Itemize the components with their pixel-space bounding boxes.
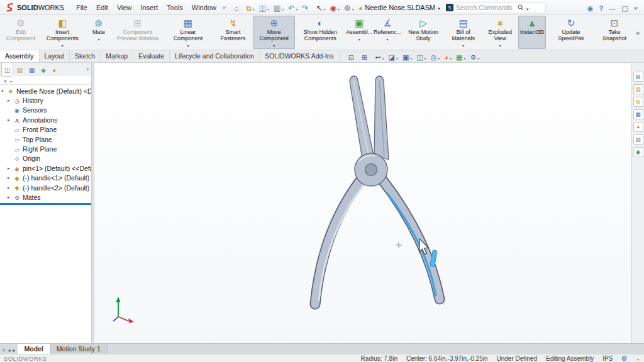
select-icon[interactable]: [315, 2, 328, 13]
expand-arrow-icon[interactable]: [8, 175, 13, 180]
ribbon-tab[interactable]: Sketch: [70, 50, 101, 62]
tree-item-sensors[interactable]: Sensors: [0, 106, 91, 115]
document-tab[interactable]: Model: [18, 344, 50, 354]
menu-item[interactable]: Window: [187, 2, 221, 13]
featuremanager-icon[interactable]: [1, 63, 13, 77]
menu-overflow-icon[interactable]: »: [221, 4, 228, 11]
previous-view-icon[interactable]: [374, 51, 386, 62]
design-library-icon[interactable]: [633, 84, 643, 94]
assembly-features-button[interactable]: Assembl...: [345, 16, 373, 49]
undo-icon[interactable]: [287, 2, 300, 13]
insert-components-button[interactable]: Insert Components: [40, 16, 85, 49]
globe-icon[interactable]: [621, 355, 627, 361]
menu-item[interactable]: Edit: [92, 2, 113, 13]
expand-arrow-icon[interactable]: [8, 98, 13, 103]
tree-item-right-plane[interactable]: Right Plane: [0, 144, 91, 153]
configurationmanager-icon[interactable]: [26, 63, 38, 77]
document-tab[interactable]: Motion Study 1: [50, 344, 108, 354]
units-selector[interactable]: IPS: [602, 355, 613, 362]
tree-item-needle-nose[interactable]: Needle Nose (Default) <Displa: [0, 86, 91, 96]
minimize-icon[interactable]: [609, 2, 616, 13]
section-view-icon[interactable]: [387, 51, 400, 62]
chevron-down-icon[interactable]: [636, 355, 640, 362]
help-icon[interactable]: [599, 2, 603, 13]
exploded-view-button[interactable]: Exploded View: [482, 16, 518, 49]
smart-fasteners-button[interactable]: Smart Fasteners: [213, 16, 253, 49]
restore-icon[interactable]: [621, 2, 628, 13]
tab-scroll-left-icon[interactable]: [8, 343, 10, 354]
resources-icon[interactable]: [633, 72, 643, 82]
rollback-bar[interactable]: [0, 203, 91, 205]
show-hidden-components-button[interactable]: Show Hidden Components: [295, 16, 345, 49]
search-bar[interactable]: [443, 2, 546, 13]
tree-item-origin[interactable]: Origin: [0, 154, 91, 163]
home-icon[interactable]: [233, 3, 244, 13]
view-settings-icon[interactable]: [469, 51, 482, 62]
ribbon-tab[interactable]: Markup: [101, 50, 133, 62]
chevron-down-icon[interactable]: [526, 2, 529, 13]
tree-item-annotations[interactable]: Annotations: [0, 115, 91, 124]
document-title[interactable]: Needle Nose.SLDASM: [365, 0, 440, 15]
expand-arrow-icon[interactable]: [1, 89, 7, 94]
edit-component-button[interactable]: Edit Component: [1, 16, 40, 49]
ribbon-tab[interactable]: Lifecycle and Collaboration: [170, 50, 260, 62]
view-palette-icon[interactable]: [633, 109, 643, 119]
tree-item-top-plane[interactable]: Top Plane: [0, 134, 91, 144]
close-icon[interactable]: [634, 2, 638, 13]
menu-item[interactable]: File: [72, 2, 92, 13]
drag-handle-highlight[interactable]: [430, 250, 437, 267]
save-icon[interactable]: [258, 2, 272, 13]
new-motion-study-button[interactable]: New Motion Study: [402, 16, 445, 49]
zoom-area-icon[interactable]: [360, 52, 373, 62]
expand-arrow-icon[interactable]: [8, 166, 13, 171]
open-icon[interactable]: [245, 2, 257, 13]
apply-scene-icon[interactable]: [455, 51, 468, 62]
search-icon[interactable]: [518, 4, 524, 11]
tree-item-handle-2[interactable]: (-) handle<2> (Default) <<: [0, 183, 91, 192]
tree-item-mates[interactable]: Mates: [0, 192, 91, 202]
appearances-icon[interactable]: [633, 122, 643, 132]
edit-appearance-icon[interactable]: [443, 51, 454, 62]
ribbon-overflow-icon[interactable]: »: [633, 29, 643, 36]
forum-icon[interactable]: [633, 147, 643, 157]
ribbon-tab[interactable]: Layout: [40, 50, 70, 62]
component-preview-window-button[interactable]: Component Preview Window: [113, 16, 163, 49]
displaymanager-icon[interactable]: [49, 63, 59, 77]
options-icon[interactable]: [343, 2, 357, 13]
graphics-area[interactable]: [94, 63, 631, 343]
expand-arrow-icon[interactable]: [8, 118, 13, 123]
tree-filter-bar[interactable]: [0, 75, 91, 85]
search-input[interactable]: [456, 4, 515, 11]
file-explorer-icon[interactable]: [633, 97, 643, 107]
tree-item-front-plane[interactable]: Front Plane: [0, 125, 91, 134]
hide-show-items-icon[interactable]: [430, 51, 443, 62]
view-orientation-icon[interactable]: [401, 51, 414, 62]
display-style-icon[interactable]: [415, 51, 428, 62]
tree-item-history[interactable]: History: [0, 96, 91, 105]
menu-item[interactable]: View: [113, 2, 136, 13]
update-speedpak-button[interactable]: Update SpeedPak Subassemblies: [546, 16, 596, 49]
pliers-model[interactable]: [315, 76, 440, 304]
expand-arrow-icon[interactable]: [8, 195, 13, 200]
bill-of-materials-button[interactable]: Bill of Materials: [445, 16, 482, 49]
take-snapshot-button[interactable]: Take Snapshot: [596, 16, 633, 49]
chevron-down-icon[interactable]: [438, 4, 440, 11]
ribbon-tab[interactable]: SOLIDWORKS Add-Ins: [260, 50, 340, 62]
menu-item[interactable]: Tools: [162, 2, 187, 13]
custom-properties-icon[interactable]: [633, 134, 643, 145]
redo-icon[interactable]: [301, 3, 314, 13]
print-icon[interactable]: [272, 2, 286, 13]
menu-item[interactable]: Insert: [136, 2, 163, 13]
ribbon-tab[interactable]: Evaluate: [133, 50, 170, 62]
ribbon-tab[interactable]: Assembly: [0, 50, 40, 62]
tree-item-pin-1[interactable]: pin<1> (Default) <<Defaul: [0, 163, 91, 173]
linear-component-pattern-button[interactable]: Linear Component Pattern: [163, 16, 213, 49]
instant3d-button[interactable]: Instant3D: [518, 16, 546, 49]
tab-scroll-start-icon[interactable]: [3, 343, 5, 354]
account-icon[interactable]: [587, 2, 594, 13]
tree-item-handle-1[interactable]: (-) handle<1> (Default) <<: [0, 173, 91, 183]
propertymanager-icon[interactable]: [13, 63, 25, 77]
rebuild-icon[interactable]: [329, 2, 342, 13]
zoom-fit-icon[interactable]: [347, 52, 360, 62]
expand-arrow-icon[interactable]: [8, 185, 13, 190]
